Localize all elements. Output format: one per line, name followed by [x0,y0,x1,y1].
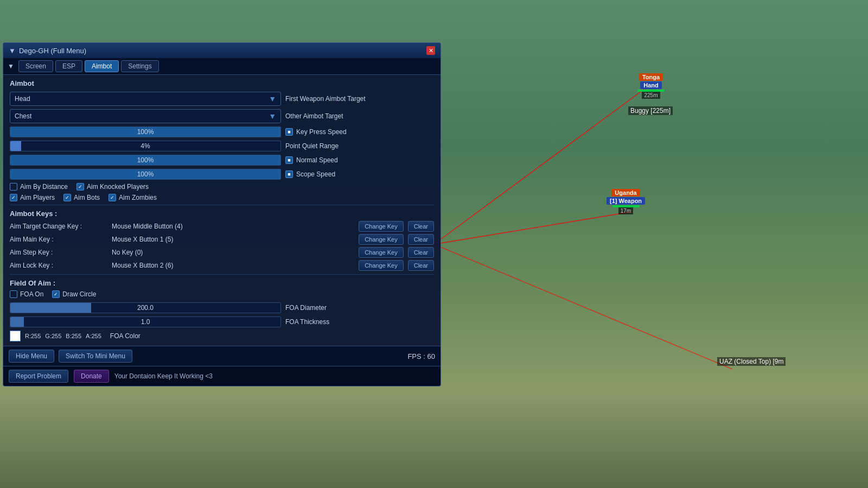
aim-main-row: Aim Main Key : Mouse X Button 1 (5) Chan… [10,234,434,245]
aim-step-clear-button[interactable]: Clear [408,247,434,258]
aim-by-distance-checkbox[interactable]: Aim By Distance [10,183,68,191]
tab-screen[interactable]: Screen [18,60,53,72]
aim-bots-checkbox[interactable]: ✓ Aim Bots [63,194,100,201]
aim-target-change-key-label: Aim Target Change Key : [10,223,107,230]
foa-checkboxes: FOA On ✓ Draw Circle [10,290,434,298]
aim-lock-clear-button[interactable]: Clear [408,260,434,271]
aim-step-row: Aim Step Key : No Key (0) Change Key Cle… [10,247,434,258]
tab-esp[interactable]: ESP [55,60,82,72]
scope-speed-slider[interactable]: 100% [10,169,281,180]
foa-draw-circle-checkbox[interactable]: ✓ Draw Circle [52,290,96,298]
aim-zombies-label: Aim Zombies [119,194,157,201]
divider-1 [10,205,434,205]
point-quiet-range-row: 4% Point Quiet Range [10,141,434,151]
aim-players-label: Aim Players [20,194,55,201]
aim-step-change-key-button[interactable]: Change Key [359,247,404,258]
hide-menu-button[interactable]: Hide Menu [9,350,54,363]
aim-step-key-label: Aim Step Key : [10,249,107,256]
scope-speed-label: ■ Scope Speed [285,170,335,178]
aim-main-key-value: Mouse X Button 1 (5) [112,236,354,243]
aim-knocked-box-icon: ✓ [76,183,84,191]
aim-lock-row: Aim Lock Key : Mouse X Button 2 (6) Chan… [10,260,434,271]
scope-speed-row: 100% ■ Scope Speed [10,169,434,180]
aim-bots-label: Aim Bots [74,194,100,201]
aim-knocked-checkbox[interactable]: ✓ Aim Knocked Players [76,183,149,191]
foa-diameter-value: 200.0 [10,304,280,312]
key-press-speed-row: 100% ■ Key Press Speed [10,126,434,137]
foa-section-title: Field Of Aim : [10,279,434,287]
scope-speed-value: 100% [10,170,280,178]
foa-diameter-row: 200.0 FOA Diameter [10,302,434,313]
aim-players-checkbox[interactable]: ✓ Aim Players [10,194,55,201]
tabs-bar: ▼ Screen ESP Aimbot Settings [3,58,441,75]
foa-on-checkbox[interactable]: FOA On [10,290,43,298]
foa-thickness-value: 1.0 [10,318,280,326]
foa-color-row: R:255 G:255 B:255 A:255 FOA Color [10,331,434,341]
tab-aimbot[interactable]: Aimbot [85,60,119,72]
foa-color-label: FOA Color [110,332,141,340]
point-quiet-value: 4% [10,142,280,150]
aim-lock-change-key-button[interactable]: Change Key [359,260,404,271]
title-text: Dego-GH (Full Menu) [19,47,86,55]
aim-main-key-label: Aim Main Key : [10,236,107,243]
aim-by-distance-box-icon [10,183,17,191]
foa-on-label: FOA On [20,290,43,298]
tab-settings[interactable]: Settings [121,60,158,72]
aim-zombies-box-icon: ✓ [108,194,116,201]
aim-main-change-key-button[interactable]: Change Key [359,234,404,245]
key-press-checkbox-icon: ■ [285,128,293,136]
checkboxes-row-2: ✓ Aim Players ✓ Aim Bots ✓ Aim Zombies [10,194,434,201]
foa-draw-circle-box-icon: ✓ [52,290,60,298]
other-target-label: Other Aimbot Target [285,112,343,120]
aim-main-clear-button[interactable]: Clear [408,234,434,245]
normal-speed-slider[interactable]: 100% [10,155,281,166]
foa-thickness-label: FOA Thickness [285,318,329,326]
aim-target-change-key-button[interactable]: Change Key [359,221,404,232]
tabs-arrow: ▼ [8,62,14,70]
switch-to-mini-menu-button[interactable]: Switch To Mini Menu [59,350,132,363]
aim-target-change-clear-button[interactable]: Clear [408,221,434,232]
point-quiet-label: Point Quiet Range [285,142,339,150]
footer-buttons: Hide Menu Switch To Mini Menu [9,350,132,363]
first-weapon-value: Head [15,95,30,103]
aim-target-change-key-value: Mouse Middle Button (4) [112,223,354,230]
close-button[interactable]: ✕ [426,46,435,55]
menu-footer: Hide Menu Switch To Mini Menu FPS : 60 [3,346,441,366]
aim-players-box-icon: ✓ [10,194,17,201]
normal-speed-label: ■ Normal Speed [285,156,338,164]
foa-thickness-slider[interactable]: 1.0 [10,316,281,327]
foa-on-box-icon [10,290,17,298]
normal-speed-row: 100% ■ Normal Speed [10,155,434,166]
aim-knocked-label: Aim Knocked Players [87,183,149,191]
aim-lock-key-value: Mouse X Button 2 (6) [112,262,354,269]
first-weapon-row: Head ▼ First Weapon Aimbot Target [10,92,434,106]
menu-titlebar: ▼ Dego-GH (Full Menu) ✕ [3,43,441,58]
first-weapon-label: First Weapon Aimbot Target [285,95,366,103]
aim-target-change-row: Aim Target Change Key : Mouse Middle But… [10,221,434,232]
checkboxes-row-1: Aim By Distance ✓ Aim Knocked Players [10,183,434,191]
aim-zombies-checkbox[interactable]: ✓ Aim Zombies [108,194,157,201]
first-weapon-dropdown[interactable]: Head ▼ [10,92,281,106]
key-press-speed-value: 100% [10,128,280,136]
key-press-speed-slider[interactable]: 100% [10,126,281,137]
aim-bots-box-icon: ✓ [63,194,71,201]
first-weapon-arrow-icon: ▼ [269,94,276,103]
scope-speed-checkbox-icon: ■ [285,170,293,178]
point-quiet-range-slider[interactable]: 4% [10,141,281,151]
aim-by-distance-label: Aim By Distance [20,183,68,191]
aimbot-content: Aimbot Head ▼ First Weapon Aimbot Target… [3,75,441,346]
normal-speed-checkbox-icon: ■ [285,156,293,164]
donate-button[interactable]: Donate [74,370,109,383]
foa-color-swatch[interactable] [10,331,21,341]
foa-color-a: A:255 [86,333,101,339]
foa-diameter-slider[interactable]: 200.0 [10,302,281,313]
triangle-icon: ▼ [9,47,16,55]
foa-color-g: G:255 [45,333,61,339]
foa-diameter-label: FOA Diameter [285,304,327,312]
fps-display: FPS : 60 [407,352,435,360]
other-target-dropdown[interactable]: Chest ▼ [10,109,281,123]
donation-text: Your Dontaion Keep It Working <3 [114,372,213,380]
report-problem-button[interactable]: Report Problem [9,370,68,383]
aimbot-section-title: Aimbot [10,79,434,87]
keys-section-title: Aimbot Keys : [10,210,434,218]
